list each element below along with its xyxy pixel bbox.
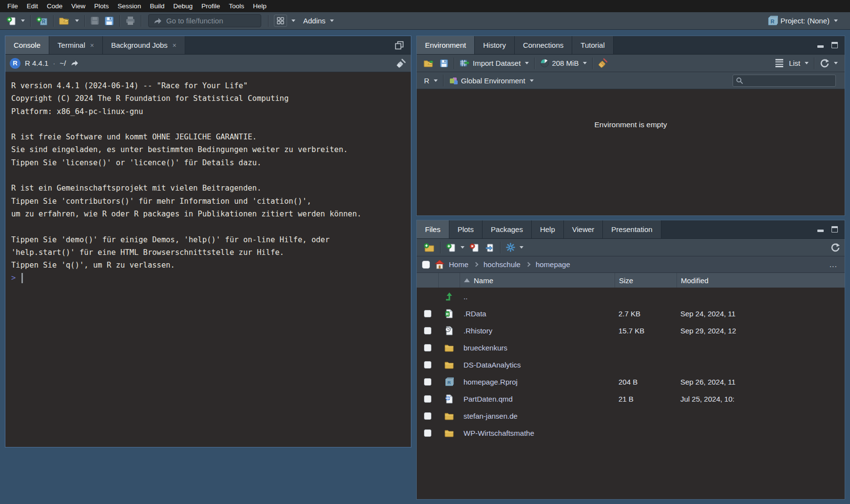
save-button[interactable] bbox=[88, 15, 102, 27]
tab-terminal-close-icon[interactable]: × bbox=[90, 41, 94, 49]
project-menu-button[interactable]: R Project: (None) bbox=[765, 14, 840, 27]
tab-environment[interactable]: Environment bbox=[417, 36, 475, 54]
clear-environment-button[interactable] bbox=[596, 57, 611, 70]
delete-file-button[interactable] bbox=[467, 241, 482, 254]
file-checkbox[interactable] bbox=[424, 327, 431, 334]
environment-maximize-icon[interactable] bbox=[831, 42, 838, 48]
menu-file[interactable]: File bbox=[3, 0, 22, 12]
file-modified: Jul 25, 2024, 10: bbox=[680, 395, 734, 403]
folder-icon bbox=[444, 412, 454, 420]
menu-build[interactable]: Build bbox=[145, 0, 169, 12]
file-link[interactable]: stefan-jansen.de bbox=[464, 412, 518, 420]
tab-packages[interactable]: Packages bbox=[483, 220, 532, 238]
file-link[interactable]: .. bbox=[464, 292, 467, 301]
language-selector[interactable]: R bbox=[422, 75, 440, 86]
file-checkbox[interactable] bbox=[424, 395, 431, 403]
file-link[interactable]: brueckenkurs bbox=[464, 344, 507, 352]
rdata-file-icon: R bbox=[445, 309, 453, 318]
print-button[interactable] bbox=[123, 15, 138, 27]
copy-file-button[interactable] bbox=[482, 241, 497, 254]
tab-presentation[interactable]: Presentation bbox=[603, 220, 661, 238]
file-link[interactable]: PartDaten.qmd bbox=[464, 395, 513, 403]
file-checkbox[interactable] bbox=[424, 412, 431, 420]
header-modified-column[interactable]: Modified bbox=[676, 273, 845, 288]
save-workspace-button[interactable] bbox=[437, 58, 451, 69]
addins-button[interactable]: Addins bbox=[301, 15, 336, 26]
tab-help[interactable]: Help bbox=[532, 220, 564, 238]
header-icon-column bbox=[438, 273, 460, 288]
more-file-commands-button[interactable] bbox=[503, 241, 526, 253]
new-blank-file-button[interactable] bbox=[444, 241, 467, 254]
file-link[interactable]: .RData bbox=[464, 310, 486, 318]
goto-file-search[interactable] bbox=[148, 14, 261, 27]
tab-terminal[interactable]: Terminal × bbox=[49, 36, 103, 54]
tab-background-jobs[interactable]: Background Jobs × bbox=[103, 36, 185, 54]
tab-tutorial[interactable]: Tutorial bbox=[572, 36, 613, 54]
sort-ascending-icon bbox=[464, 278, 470, 282]
select-all-checkbox[interactable] bbox=[422, 261, 430, 269]
environment-scope-selector[interactable]: Global Environment bbox=[446, 75, 536, 87]
new-folder-button[interactable] bbox=[421, 241, 437, 253]
main-toolbar: R bbox=[0, 12, 850, 30]
menu-session[interactable]: Session bbox=[113, 0, 145, 12]
tab-console[interactable]: Console bbox=[5, 36, 49, 54]
file-checkbox[interactable] bbox=[424, 378, 431, 386]
menu-plots[interactable]: Plots bbox=[90, 0, 113, 12]
header-size-column[interactable]: Size bbox=[615, 273, 676, 288]
new-project-button[interactable]: R bbox=[34, 15, 50, 27]
save-all-button[interactable] bbox=[102, 15, 116, 27]
view-mode-caret bbox=[805, 62, 809, 64]
header-name-column[interactable]: Name bbox=[460, 273, 615, 288]
breadcrumb-homepage[interactable]: homepage bbox=[536, 260, 570, 269]
working-directory-label[interactable]: ~/ bbox=[59, 59, 66, 67]
tab-connections[interactable]: Connections bbox=[515, 36, 572, 54]
breadcrumb-home[interactable]: Home bbox=[449, 260, 468, 269]
file-link[interactable]: DS-DataAnalytics bbox=[464, 361, 521, 369]
breadcrumb-hochschule[interactable]: hochschule bbox=[483, 260, 521, 269]
open-file-button[interactable] bbox=[57, 15, 81, 27]
file-link[interactable]: WP-Wirtschaftsmathe bbox=[464, 429, 534, 437]
console-prompt-row[interactable]: > bbox=[11, 271, 405, 284]
memory-usage-button[interactable]: 208 MiB bbox=[538, 57, 589, 69]
environment-search-input[interactable] bbox=[746, 77, 834, 84]
home-icon[interactable] bbox=[434, 260, 444, 269]
load-workspace-button[interactable] bbox=[421, 58, 437, 69]
tab-history[interactable]: History bbox=[475, 36, 515, 54]
menu-debug[interactable]: Debug bbox=[169, 0, 197, 12]
new-file-button[interactable] bbox=[4, 15, 27, 27]
console-maximize-icon[interactable] bbox=[395, 41, 404, 50]
files-minimize-icon[interactable] bbox=[817, 227, 824, 233]
console-body[interactable]: R version 4.4.1 (2024-06-14) -- "Race fo… bbox=[5, 73, 411, 447]
breadcrumb-chevron-icon bbox=[525, 262, 530, 267]
show-directory-icon[interactable] bbox=[70, 59, 78, 67]
file-link[interactable]: .Rhistory bbox=[464, 327, 492, 335]
import-dataset-button[interactable]: Import Dataset bbox=[457, 58, 531, 69]
file-checkbox[interactable] bbox=[424, 310, 431, 317]
environment-search-box[interactable] bbox=[733, 75, 836, 87]
tab-viewer[interactable]: Viewer bbox=[564, 220, 603, 238]
environment-view-mode-button[interactable]: List bbox=[773, 58, 811, 69]
breadcrumb-more-button[interactable]: ... bbox=[830, 260, 839, 269]
tab-files[interactable]: Files bbox=[417, 220, 449, 238]
menu-code[interactable]: Code bbox=[42, 0, 67, 12]
up-directory-icon bbox=[444, 292, 454, 301]
file-link[interactable]: homepage.Rproj bbox=[464, 378, 518, 386]
file-checkbox[interactable] bbox=[424, 344, 431, 351]
addins-grid-button[interactable] bbox=[271, 13, 298, 28]
goto-file-input[interactable] bbox=[166, 17, 263, 25]
file-checkbox[interactable] bbox=[424, 429, 431, 437]
menu-view[interactable]: View bbox=[67, 0, 90, 12]
clear-console-broom-icon[interactable] bbox=[396, 58, 406, 68]
menu-edit[interactable]: Edit bbox=[22, 0, 42, 12]
refresh-files-icon[interactable] bbox=[831, 243, 840, 252]
menu-help[interactable]: Help bbox=[249, 0, 271, 12]
menu-profile[interactable]: Profile bbox=[197, 0, 224, 12]
file-checkbox[interactable] bbox=[424, 361, 431, 368]
tab-background-jobs-close-icon[interactable]: × bbox=[173, 41, 176, 49]
refresh-environment-button[interactable] bbox=[817, 57, 840, 69]
menu-tools[interactable]: Tools bbox=[224, 0, 249, 12]
tab-plots[interactable]: Plots bbox=[449, 220, 483, 238]
tab-packages-label: Packages bbox=[491, 225, 523, 233]
files-maximize-icon[interactable] bbox=[831, 226, 838, 233]
environment-minimize-icon[interactable] bbox=[817, 42, 824, 48]
